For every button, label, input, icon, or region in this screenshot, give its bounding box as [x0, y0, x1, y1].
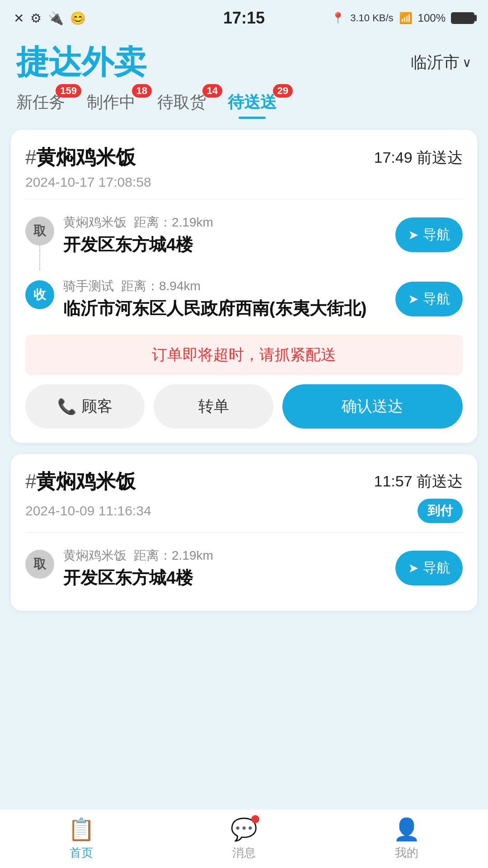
card1-pickup-info: 黄焖鸡米饭 距离：2.19km 开发区东方城4楼 [63, 214, 386, 256]
card1-delivery-address: 临沂市河东区人民政府西南(东夷大街北) [63, 297, 386, 320]
chevron-down-icon: ∨ [462, 55, 472, 70]
card1-pickup-name: 黄焖鸡米饭 [63, 214, 127, 231]
tab-delivery[interactable]: 待送送 29 [228, 91, 277, 119]
tab-new[interactable]: 新任务 159 [16, 91, 65, 119]
card2-pickup-nav-button[interactable]: ➤ 导航 [395, 551, 463, 585]
battery-percent: 100% [418, 12, 446, 24]
wifi-icon: 📶 [399, 12, 413, 24]
status-time: 17:15 [223, 9, 265, 28]
status-right: 📍 3.10 KB/s 📶 100% [331, 12, 474, 24]
card2-deadline: 11:57 前送达 [374, 471, 463, 492]
route-connector [39, 245, 40, 270]
nav-messages-label: 消息 [232, 845, 256, 861]
navigate-icon: ➤ [408, 227, 418, 242]
card2-pickup-info: 黄焖鸡米饭 距离：2.19km 开发区东方城4楼 [63, 547, 386, 589]
data-speed: 3.10 KB/s [350, 12, 393, 24]
location-selector[interactable]: 临沂市 ∨ [411, 52, 472, 74]
card1-delivery-nav-button[interactable]: ➤ 导航 [395, 282, 463, 316]
card2-pickup-labels: 黄焖鸡米饭 距离：2.19km [63, 547, 386, 564]
nav-home-label: 首页 [70, 845, 93, 861]
pickup-dot: 取 [25, 217, 54, 245]
confirm-delivery-button[interactable]: 确认送达 [282, 384, 463, 429]
card1-delivery-distance: 距离：8.94km [121, 278, 201, 295]
header: 捷达外卖 临沂市 ∨ [0, 36, 488, 91]
card1-delivery-info: 骑手测试 距离：8.94km 临沂市河东区人民政府西南(东夷大街北) [63, 278, 386, 320]
navigate-icon-2: ➤ [408, 292, 418, 307]
card2-pickup-name: 黄焖鸡米饭 [63, 547, 127, 564]
message-notification-dot [251, 815, 259, 823]
nav-tab-messages[interactable]: 💬 消息 [163, 810, 325, 868]
tab-making-label: 制作中 [87, 93, 136, 111]
delivery-dot: 收 [25, 280, 54, 309]
bottom-nav: 📋 首页 💬 消息 👤 我的 [0, 809, 488, 868]
battery-icon [451, 12, 474, 24]
icon-usb: ⚙ [30, 11, 42, 26]
app-title: 捷达外卖 [16, 41, 146, 84]
card1-time: 2024-10-17 17:08:58 [25, 175, 463, 190]
card2-time: 2024-10-09 11:16:34 [25, 503, 151, 519]
card1-pickup-nav-button[interactable]: ➤ 导航 [395, 217, 463, 252]
card2-header: #黄焖鸡米饭 11:57 前送达 [25, 468, 463, 495]
card1-pickup-row: 取 黄焖鸡米饭 距离：2.19km 开发区东方城4楼 ➤ 导航 [25, 207, 463, 263]
nav-tab-profile[interactable]: 👤 我的 [325, 810, 488, 868]
location-icon: 📍 [331, 12, 345, 24]
tab-pickup[interactable]: 待取货 14 [157, 91, 206, 119]
card1-restaurant: #黄焖鸡米饭 [25, 144, 136, 171]
status-bar: ✕ ⚙ 🔌 😊 17:15 📍 3.10 KB/s 📶 100% [0, 0, 488, 36]
card1-deadline: 17:49 前送达 [374, 147, 463, 168]
icon-face: 😊 [70, 11, 86, 26]
card1-header: #黄焖鸡米饭 17:49 前送达 [25, 144, 463, 171]
tab-new-badge: 159 [56, 84, 81, 98]
tab-pickup-badge: 14 [202, 84, 222, 98]
tab-delivery-badge: 29 [273, 84, 293, 98]
card2-hash: # [25, 470, 36, 492]
card1-pickup-distance: 距离：2.19km [134, 214, 213, 231]
card1-delivery-labels: 骑手测试 距离：8.94km [63, 278, 386, 295]
card2-pickup-distance: 距离：2.19km [134, 547, 213, 564]
card1-actions: 📞 顾客 转单 确认送达 [25, 384, 463, 429]
card2-pickup-row: 取 黄焖鸡米饭 距离：2.19km 开发区东方城4楼 ➤ 导航 [25, 540, 463, 596]
home-icon: 📋 [68, 817, 95, 842]
location-text: 临沂市 [411, 52, 460, 74]
tab-bar: 新任务 159 制作中 18 待取货 14 待送送 29 [0, 91, 488, 130]
card1-delivery-name: 骑手测试 [63, 278, 114, 295]
order-card-1: #黄焖鸡米饭 17:49 前送达 2024-10-17 17:08:58 取 黄… [11, 130, 477, 443]
card2-pickup-address: 开发区东方城4楼 [63, 567, 386, 589]
topay-badge: 到付 [418, 499, 463, 523]
icon-data: 🔌 [48, 11, 64, 26]
card2-divider [25, 532, 463, 533]
transfer-button[interactable]: 转单 [154, 384, 273, 429]
card1-pickup-address: 开发区东方城4楼 [63, 234, 386, 256]
card2-restaurant: #黄焖鸡米饭 [25, 468, 136, 495]
status-icons: ✕ ⚙ 🔌 😊 [14, 11, 86, 26]
order-card-2: #黄焖鸡米饭 11:57 前送达 2024-10-09 11:16:34 到付 … [11, 454, 477, 611]
navigate-icon-3: ➤ [408, 561, 418, 576]
tab-pickup-label: 待取货 [157, 93, 206, 111]
messages-badge-container: 💬 [230, 817, 258, 842]
card-list: #黄焖鸡米饭 17:49 前送达 2024-10-17 17:08:58 取 黄… [0, 130, 488, 611]
card1-divider [25, 199, 463, 199]
phone-icon: 📞 [57, 397, 76, 415]
card1-delivery-row: 收 骑手测试 距离：8.94km 临沂市河东区人民政府西南(东夷大街北) ➤ 导… [25, 270, 463, 327]
card2-header-right: 11:57 前送达 [374, 471, 463, 492]
tab-making[interactable]: 制作中 18 [87, 91, 136, 119]
bottom-spacer [0, 611, 488, 679]
profile-icon: 👤 [393, 817, 420, 842]
card2-pickup-dot: 取 [25, 550, 54, 579]
nav-tab-home[interactable]: 📋 首页 [0, 810, 163, 868]
call-customer-button[interactable]: 📞 顾客 [25, 384, 145, 429]
card1-warning: 订单即将超时，请抓紧配送 [25, 335, 463, 375]
card1-hash: # [25, 146, 36, 168]
tab-delivery-label: 待送送 [228, 93, 277, 111]
card1-pickup-labels: 黄焖鸡米饭 距离：2.19km [63, 214, 386, 231]
tab-making-badge: 18 [132, 84, 152, 98]
icon-x: ✕ [14, 11, 24, 26]
nav-profile-label: 我的 [395, 845, 418, 861]
